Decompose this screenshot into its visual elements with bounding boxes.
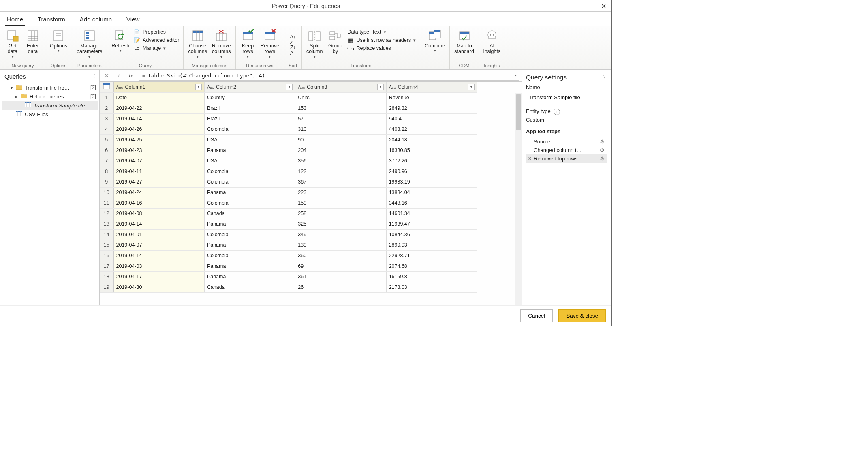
row-number[interactable]: 14 — [100, 229, 113, 240]
choose-columns-button[interactable]: Choose columns▾ — [186, 28, 209, 59]
row-number[interactable]: 16 — [100, 250, 113, 261]
cell[interactable]: Brazil — [204, 113, 295, 124]
row-number[interactable]: 19 — [100, 282, 113, 292]
cell[interactable]: 349 — [295, 229, 386, 240]
table-row[interactable]: 112019-04-16Colombia1593448.16 — [100, 198, 477, 208]
save-close-button[interactable]: Save & close — [558, 309, 606, 322]
scrollbar-thumb[interactable] — [516, 94, 521, 130]
table-row[interactable]: 132019-04-14Panama32511939.47 — [100, 219, 477, 229]
step-settings-button[interactable]: ⚙ — [600, 156, 605, 162]
tree-toggle-icon[interactable]: ▾ — [9, 85, 13, 90]
grid-corner[interactable] — [100, 82, 113, 92]
cell[interactable]: 16159.8 — [386, 271, 477, 282]
sort-asc-button[interactable]: A↓Z — [289, 35, 297, 44]
cell[interactable]: 2019-04-17 — [113, 271, 204, 282]
cell[interactable]: 310 — [295, 124, 386, 134]
cell[interactable]: 2019-04-07 — [113, 156, 204, 166]
info-icon[interactable]: i — [554, 109, 560, 115]
cell[interactable]: 2019-04-01 — [113, 229, 204, 240]
cell[interactable]: 153 — [295, 103, 386, 113]
cell[interactable]: 2019-04-08 — [113, 208, 204, 219]
cell[interactable]: 139 — [295, 240, 386, 250]
ai-insights-button[interactable]: AI insights — [481, 28, 502, 55]
formula-input[interactable]: = Table.Skip(#"Changed column type", 4) … — [139, 71, 519, 81]
column-filter-button[interactable]: ▾ — [195, 84, 202, 90]
cell[interactable]: 2890.93 — [386, 240, 477, 250]
cell[interactable]: 159 — [295, 198, 386, 208]
column-filter-button[interactable]: ▾ — [286, 84, 293, 90]
cell[interactable]: 2649.32 — [386, 103, 477, 113]
row-number[interactable]: 2 — [100, 103, 113, 113]
cell[interactable]: Brazil — [204, 103, 295, 113]
cell[interactable]: 26 — [295, 282, 386, 292]
row-number[interactable]: 6 — [100, 145, 113, 156]
cell[interactable]: 367 — [295, 177, 386, 187]
table-row[interactable]: 52019-04-25USA902044.18 — [100, 134, 477, 145]
map-to-standard-button[interactable]: Map to standard — [452, 28, 476, 55]
split-column-button[interactable]: Split column▾ — [304, 28, 325, 59]
table-row[interactable]: 72019-04-07USA3563772.26 — [100, 156, 477, 166]
sort-desc-button[interactable]: Z↓A — [289, 46, 297, 55]
cell[interactable]: Colombia — [204, 250, 295, 261]
vertical-scrollbar[interactable] — [515, 93, 522, 305]
cell[interactable]: 325 — [295, 219, 386, 229]
row-number[interactable]: 8 — [100, 166, 113, 177]
cell[interactable]: 2019-04-03 — [113, 261, 204, 271]
data-type-button[interactable]: Data type: Text ▾ — [346, 28, 417, 36]
options-button[interactable]: Options▾ — [48, 28, 69, 53]
cell[interactable]: Canada — [204, 208, 295, 219]
cell[interactable]: 4408.22 — [386, 124, 477, 134]
cell[interactable]: 204 — [295, 145, 386, 156]
tab-home[interactable]: Home — [5, 14, 25, 26]
cell[interactable]: Panama — [204, 219, 295, 229]
row-number[interactable]: 12 — [100, 208, 113, 219]
window-close-button[interactable]: ✕ — [595, 0, 611, 12]
row-number[interactable]: 4 — [100, 124, 113, 134]
row-number[interactable]: 9 — [100, 177, 113, 187]
cell[interactable]: 3772.26 — [386, 156, 477, 166]
enter-data-button[interactable]: Enter data — [23, 28, 43, 55]
advanced-editor-button[interactable]: 📝Advanced editor — [132, 36, 181, 44]
cell[interactable]: 2019-04-22 — [113, 103, 204, 113]
cell[interactable]: USA — [204, 134, 295, 145]
cell[interactable]: 2044.18 — [386, 134, 477, 145]
formula-accept-button[interactable]: ✓ — [114, 71, 123, 80]
table-row[interactable]: 82019-04-11Colombia1222490.96 — [100, 166, 477, 177]
cell[interactable]: Canada — [204, 282, 295, 292]
cell[interactable]: 2019-04-16 — [113, 198, 204, 208]
cell[interactable]: 16330.85 — [386, 145, 477, 156]
table-row[interactable]: 142019-04-01Colombia34910844.36 — [100, 229, 477, 240]
cell[interactable]: Units — [295, 92, 386, 103]
row-number[interactable]: 7 — [100, 156, 113, 166]
cell[interactable]: 940.4 — [386, 113, 477, 124]
cell[interactable]: 122 — [295, 166, 386, 177]
remove-columns-button[interactable]: Remove columns▾ — [210, 28, 233, 59]
cell[interactable]: 2019-04-27 — [113, 177, 204, 187]
cell[interactable]: 69 — [295, 261, 386, 271]
column-filter-button[interactable]: ▾ — [377, 84, 384, 90]
table-row[interactable]: 122019-04-08Canada25814601.34 — [100, 208, 477, 219]
keep-rows-button[interactable]: Keep rows▾ — [238, 28, 258, 59]
table-row[interactable]: 182019-04-17Panama36116159.8 — [100, 271, 477, 282]
cell[interactable]: 2019-04-26 — [113, 124, 204, 134]
manage-button[interactable]: 🗂Manage ▾ — [132, 44, 181, 52]
formula-expand-button[interactable]: ▾ — [515, 73, 517, 77]
table-row[interactable]: 172019-04-03Panama692074.68 — [100, 261, 477, 271]
applied-step[interactable]: Changed column t…⚙ — [526, 146, 607, 154]
collapse-settings-button[interactable]: 〉 — [603, 75, 607, 81]
refresh-button[interactable]: Refresh▾ — [109, 28, 131, 53]
cell[interactable]: 360 — [295, 250, 386, 261]
group-by-button[interactable]: Group by — [325, 28, 345, 55]
applied-step[interactable]: Source⚙ — [526, 137, 607, 146]
applied-step[interactable]: ✕Removed top rows⚙ — [526, 154, 607, 163]
queries-item[interactable]: CSV Files — [2, 110, 98, 119]
step-settings-button[interactable]: ⚙ — [600, 139, 605, 145]
cell[interactable]: 13834.04 — [386, 187, 477, 198]
column-filter-button[interactable]: ▾ — [468, 84, 475, 90]
cell[interactable]: Panama — [204, 271, 295, 282]
cell[interactable]: 90 — [295, 134, 386, 145]
cell[interactable]: 2019-04-23 — [113, 145, 204, 156]
cell[interactable]: Date — [113, 92, 204, 103]
cell[interactable]: USA — [204, 156, 295, 166]
combine-button[interactable]: Combine▾ — [423, 28, 447, 53]
